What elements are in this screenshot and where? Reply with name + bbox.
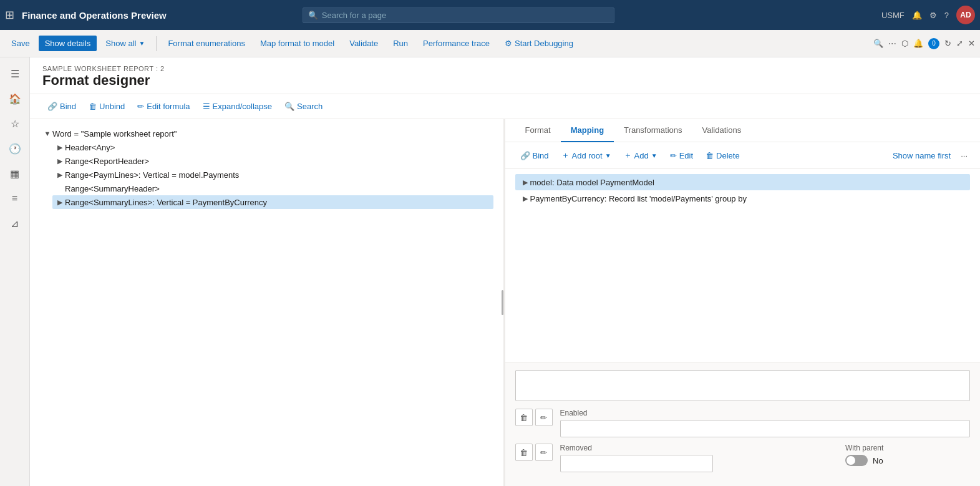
add-button[interactable]: ＋ Add ▼ bbox=[619, 147, 662, 163]
show-name-first-button[interactable]: Show name first bbox=[888, 148, 956, 163]
mapping-toggle-payment[interactable]: ▶ bbox=[520, 193, 530, 203]
edit-button[interactable]: ✏ Edit bbox=[665, 148, 698, 163]
split-pane: ▼ Word = "Sample worksheet report" ▶ Hea… bbox=[30, 119, 980, 486]
tree-item-summaryheader[interactable]: Range<SummaryHeader> bbox=[52, 182, 493, 195]
enabled-delete-button[interactable]: 🗑 bbox=[515, 409, 533, 426]
tree-label-header: Header<Any> bbox=[65, 143, 115, 152]
sidebar-item-home[interactable]: 🏠 bbox=[4, 87, 26, 110]
with-parent-group: With parent No bbox=[845, 444, 970, 466]
expand-collapse-button[interactable]: ☰ Expand/collapse bbox=[198, 99, 277, 114]
global-search-bar[interactable]: 🔍 bbox=[303, 7, 614, 23]
mapping-label-model: model: Data model PaymentModel bbox=[530, 178, 654, 187]
bind-icon: 🔗 bbox=[47, 102, 57, 111]
tree-label-summarylines: Range<SummaryLines>: Vertical = PaymentB… bbox=[65, 198, 267, 207]
format-enumerations-button[interactable]: Format enumerations bbox=[162, 36, 251, 51]
secondary-toolbar: 🔗 Bind 🗑 Unbind ✏ Edit formula ☰ Expand/… bbox=[30, 94, 980, 119]
tab-mapping[interactable]: Mapping bbox=[561, 119, 614, 142]
removed-row-actions: 🗑 ✏ bbox=[515, 444, 553, 461]
edit-formula-button[interactable]: ✏ Edit formula bbox=[132, 99, 195, 114]
mapping-toolbar: 🔗 Bind ＋ Add root ▼ ＋ Add ▼ ✏ bbox=[505, 142, 981, 169]
bookmarks-icon[interactable]: ⬡ bbox=[901, 39, 908, 48]
removed-delete-button[interactable]: 🗑 bbox=[515, 444, 533, 461]
run-button[interactable]: Run bbox=[387, 36, 414, 51]
global-search-input[interactable] bbox=[322, 11, 609, 20]
show-all-button[interactable]: Show all ▼ bbox=[99, 36, 151, 51]
avatar[interactable]: AD bbox=[956, 6, 975, 24]
mapping-more-options-icon[interactable]: ··· bbox=[958, 148, 970, 163]
search-toolbar-icon[interactable]: 🔍 bbox=[873, 39, 883, 48]
mapping-bind-button[interactable]: 🔗 Bind bbox=[515, 148, 554, 163]
with-parent-label: With parent bbox=[845, 444, 970, 452]
toolbar-separator bbox=[156, 36, 157, 51]
edit-pencil-icon: ✏ bbox=[670, 151, 677, 160]
expand-collapse-icon: ☰ bbox=[203, 102, 210, 111]
add-root-chevron-icon: ▼ bbox=[605, 152, 611, 159]
formula-icon: ✏ bbox=[137, 102, 144, 111]
mapping-tree: ▶ model: Data model PaymentModel ▶ Payme… bbox=[505, 169, 981, 362]
tree-item-root[interactable]: ▼ Word = "Sample worksheet report" bbox=[40, 127, 493, 140]
mapping-toggle-model[interactable]: ▶ bbox=[520, 177, 530, 187]
mapping-pane: Format Mapping Transformations Validatio… bbox=[505, 119, 981, 486]
fullscreen-icon[interactable]: ⤢ bbox=[956, 39, 963, 48]
tree-item-summarylines[interactable]: ▶ Range<SummaryLines>: Vertical = Paymen… bbox=[52, 195, 493, 209]
with-parent-value: No bbox=[873, 456, 883, 465]
refresh-icon[interactable]: ↻ bbox=[944, 39, 951, 48]
sidebar-item-modules[interactable]: ≡ bbox=[4, 187, 26, 210]
tree-toggle-root[interactable]: ▼ bbox=[42, 129, 52, 139]
enabled-input[interactable] bbox=[560, 420, 971, 437]
tree-toggle-reportheader[interactable]: ▶ bbox=[55, 156, 65, 166]
mapping-item-model[interactable]: ▶ model: Data model PaymentModel bbox=[515, 174, 971, 190]
delete-trash-icon: 🗑 bbox=[706, 151, 714, 160]
notifications-icon[interactable]: 🔔 bbox=[913, 39, 923, 48]
enabled-label: Enabled bbox=[560, 409, 971, 417]
settings-gear-icon[interactable]: ⚙ bbox=[929, 11, 937, 20]
tree-toggle-summarylines[interactable]: ▶ bbox=[55, 197, 65, 207]
formula-preview-box[interactable] bbox=[515, 370, 971, 401]
delete-button[interactable]: 🗑 Delete bbox=[701, 148, 745, 163]
tree-item-paymlines[interactable]: ▶ Range<PaymLines>: Vertical = model.Pay… bbox=[52, 168, 493, 182]
sidebar-item-recent[interactable]: 🕐 bbox=[4, 137, 26, 160]
map-format-to-model-button[interactable]: Map format to model bbox=[254, 36, 341, 51]
save-button[interactable]: Save bbox=[5, 36, 36, 51]
close-icon[interactable]: ✕ bbox=[968, 39, 975, 48]
enabled-row-actions: 🗑 ✏ bbox=[515, 409, 553, 426]
more-options-icon[interactable]: ··· bbox=[888, 38, 896, 49]
mapping-item-payment[interactable]: ▶ PaymentByCurrency: Record list 'model/… bbox=[515, 190, 971, 207]
bind-button[interactable]: 🔗 Bind bbox=[42, 99, 81, 114]
tree-item-reportheader[interactable]: ▶ Range<ReportHeader> bbox=[52, 154, 493, 168]
performance-trace-button[interactable]: Performance trace bbox=[417, 36, 496, 51]
sidebar-item-menu[interactable]: ☰ bbox=[4, 62, 26, 85]
removed-input[interactable] bbox=[560, 455, 713, 472]
removed-row: 🗑 ✏ Removed With parent bbox=[515, 444, 971, 472]
notification-bell-icon[interactable]: 🔔 bbox=[912, 11, 922, 20]
removed-edit-button[interactable]: ✏ bbox=[535, 444, 553, 461]
help-question-icon[interactable]: ? bbox=[944, 11, 949, 20]
page-header: SAMPLE WORKSHEET REPORT : 2 Format desig… bbox=[30, 57, 980, 94]
tree-toggle-paymlines[interactable]: ▶ bbox=[55, 170, 65, 180]
sidebar-item-favorites[interactable]: ☆ bbox=[4, 112, 26, 135]
tab-validations[interactable]: Validations bbox=[692, 119, 752, 142]
unbind-icon: 🗑 bbox=[89, 102, 97, 111]
pane-resize-handle[interactable] bbox=[502, 290, 503, 315]
search-format-button[interactable]: 🔍 Search bbox=[279, 99, 327, 114]
app-grid-icon[interactable]: ⊞ bbox=[5, 8, 14, 22]
tab-format[interactable]: Format bbox=[515, 119, 561, 142]
tree-label-reportheader: Range<ReportHeader> bbox=[65, 157, 149, 166]
side-nav: ☰ 🏠 ☆ 🕐 ▦ ≡ ⊿ bbox=[0, 57, 30, 486]
main-toolbar: Save Show details Show all ▼ Format enum… bbox=[0, 30, 980, 57]
start-debugging-button[interactable]: ⚙ Start Debugging bbox=[498, 36, 580, 51]
unbind-button[interactable]: 🗑 Unbind bbox=[84, 99, 130, 114]
sidebar-item-filter[interactable]: ⊿ bbox=[4, 212, 26, 235]
validate-button[interactable]: Validate bbox=[343, 36, 384, 51]
app-title: Finance and Operations Preview bbox=[22, 10, 167, 21]
tree-toggle-header[interactable]: ▶ bbox=[55, 142, 65, 152]
enabled-field-group: Enabled bbox=[560, 409, 971, 437]
tree-item-header[interactable]: ▶ Header<Any> bbox=[52, 140, 493, 154]
with-parent-toggle[interactable] bbox=[845, 455, 868, 466]
tab-transformations[interactable]: Transformations bbox=[614, 119, 692, 142]
enabled-edit-button[interactable]: ✏ bbox=[535, 409, 553, 426]
add-root-button[interactable]: ＋ Add root ▼ bbox=[556, 147, 616, 163]
show-details-button[interactable]: Show details bbox=[39, 36, 97, 51]
sidebar-item-workspaces[interactable]: ▦ bbox=[4, 162, 26, 185]
tree-label-paymlines: Range<PaymLines>: Vertical = model.Payme… bbox=[65, 170, 239, 180]
